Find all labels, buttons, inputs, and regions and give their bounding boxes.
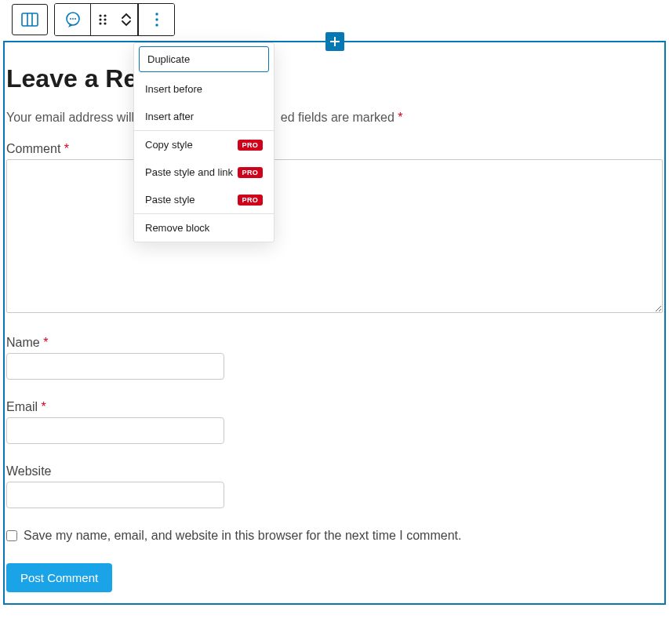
svg-point-10 bbox=[104, 18, 106, 20]
pro-badge: PRO bbox=[238, 167, 263, 178]
menu-paste-style[interactable]: Paste style PRO bbox=[134, 186, 274, 213]
form-title: Leave a Reply bbox=[6, 64, 663, 93]
help-text: Your email address will not be published… bbox=[6, 111, 663, 125]
svg-rect-0 bbox=[22, 13, 38, 26]
svg-point-6 bbox=[75, 18, 76, 20]
comment-label: Comment * bbox=[6, 142, 663, 156]
pro-badge: PRO bbox=[238, 140, 263, 151]
chevron-up-icon[interactable] bbox=[122, 13, 131, 20]
svg-point-5 bbox=[72, 18, 74, 20]
svg-point-9 bbox=[99, 18, 101, 20]
menu-copy-style[interactable]: Copy style PRO bbox=[134, 131, 274, 158]
email-field: Email * bbox=[6, 400, 663, 444]
drag-icon[interactable] bbox=[91, 4, 115, 35]
plus-icon bbox=[329, 35, 341, 48]
svg-point-14 bbox=[155, 18, 158, 20]
comment-icon[interactable] bbox=[55, 4, 91, 35]
block-options-menu: Duplicate Insert before Insert after Cop… bbox=[133, 42, 275, 242]
comment-textarea[interactable] bbox=[6, 159, 663, 313]
chevron-down-icon[interactable] bbox=[122, 20, 131, 26]
add-block-button[interactable] bbox=[325, 32, 344, 51]
menu-duplicate[interactable]: Duplicate bbox=[139, 46, 269, 72]
selected-block: Duplicate Insert before Insert after Cop… bbox=[3, 41, 666, 605]
toolbar-group bbox=[54, 3, 175, 36]
svg-point-7 bbox=[99, 14, 101, 16]
email-label: Email * bbox=[6, 400, 663, 414]
menu-paste-style-link[interactable]: Paste style and link PRO bbox=[134, 158, 274, 186]
more-options-icon[interactable] bbox=[138, 4, 174, 35]
columns-icon[interactable] bbox=[12, 4, 48, 35]
svg-point-8 bbox=[104, 14, 106, 16]
menu-label: Copy style bbox=[145, 139, 193, 151]
comment-form-block: Leave a Reply Your email address will no… bbox=[5, 42, 664, 603]
save-info-label: Save my name, email, and website in this… bbox=[24, 529, 461, 543]
pro-badge: PRO bbox=[238, 195, 263, 206]
website-label: Website bbox=[6, 464, 663, 478]
email-input[interactable] bbox=[6, 417, 224, 444]
menu-remove-block[interactable]: Remove block bbox=[134, 214, 274, 242]
name-label: Name * bbox=[6, 336, 663, 350]
comment-field: Comment * bbox=[6, 142, 663, 315]
name-input[interactable] bbox=[6, 353, 224, 380]
menu-insert-after[interactable]: Insert after bbox=[134, 103, 274, 130]
svg-point-11 bbox=[99, 22, 101, 24]
svg-point-12 bbox=[104, 22, 106, 24]
save-info-checkbox[interactable] bbox=[6, 530, 17, 541]
save-info-checkbox-row: Save my name, email, and website in this… bbox=[6, 529, 663, 543]
move-up-down[interactable] bbox=[115, 4, 138, 35]
svg-point-13 bbox=[155, 13, 158, 15]
menu-insert-before[interactable]: Insert before bbox=[134, 75, 274, 103]
post-comment-button[interactable]: Post Comment bbox=[6, 563, 112, 592]
svg-point-4 bbox=[70, 18, 71, 20]
name-field: Name * bbox=[6, 336, 663, 380]
website-field: Website bbox=[6, 464, 663, 508]
menu-label: Paste style and link bbox=[145, 166, 233, 178]
svg-point-15 bbox=[155, 24, 158, 26]
block-toolbar bbox=[12, 3, 666, 36]
menu-label: Paste style bbox=[145, 194, 195, 206]
website-input[interactable] bbox=[6, 482, 224, 508]
